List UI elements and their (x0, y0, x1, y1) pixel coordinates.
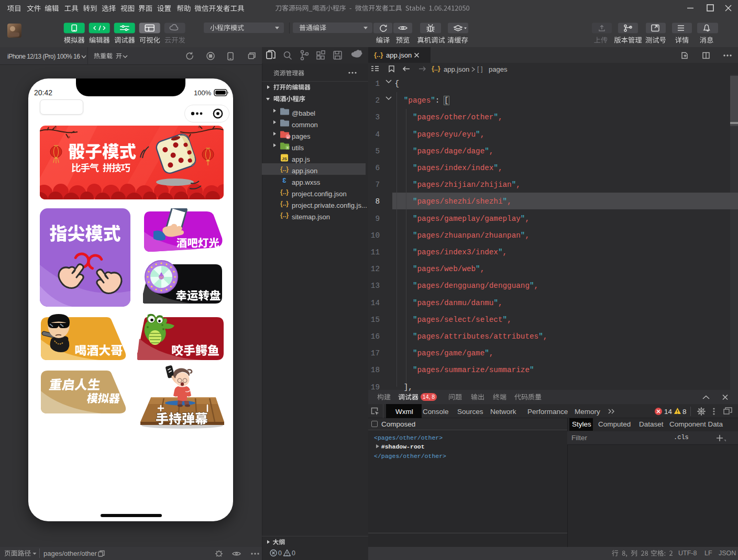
svg-text:JS: JS (282, 156, 287, 161)
svg-text:3: 3 (282, 176, 286, 184)
svg-text:{..}: {..} (280, 165, 289, 173)
svg-text:{..}: {..} (280, 211, 289, 219)
svg-text:{..}: {..} (280, 188, 289, 196)
svg-text:{..}: {..} (280, 200, 289, 207)
svg-text:GO: GO (159, 276, 163, 279)
svg-text:+: + (287, 146, 289, 150)
